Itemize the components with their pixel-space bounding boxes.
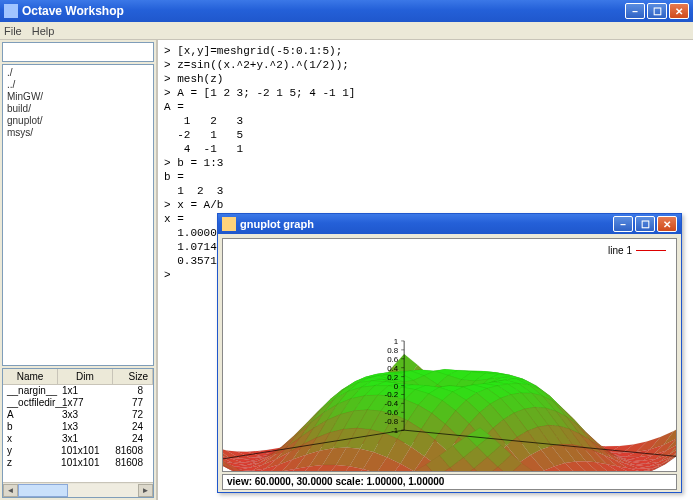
menu-help[interactable]: Help — [32, 25, 55, 37]
maximize-button[interactable]: ☐ — [647, 3, 667, 19]
console-line: 1 2 3 — [164, 114, 687, 128]
gnuplot-title: gnuplot graph — [240, 218, 613, 230]
col-name[interactable]: Name — [3, 369, 58, 384]
table-row[interactable]: z101x10181608 — [3, 457, 153, 469]
directory-listing[interactable]: ./ ../ MinGW/ build/ gnuplot/ msys/ — [2, 64, 154, 366]
main-titlebar: Octave Workshop – ☐ ✕ — [0, 0, 693, 22]
gnuplot-statusbar: view: 60.0000, 30.0000 scale: 1.00000, 1… — [222, 474, 677, 490]
svg-text:-1: -1 — [391, 426, 399, 435]
console-line: -2 1 5 — [164, 128, 687, 142]
table-row[interactable]: __octfiledir__1x7777 — [3, 397, 153, 409]
dir-item[interactable]: MinGW/ — [7, 91, 149, 103]
svg-text:0: 0 — [394, 382, 399, 391]
minimize-button[interactable]: – — [625, 3, 645, 19]
console-line: > x = A/b — [164, 198, 687, 212]
gnuplot-titlebar[interactable]: gnuplot graph – ☐ ✕ — [218, 214, 681, 234]
legend-line-icon — [636, 250, 666, 251]
gnuplot-icon — [222, 217, 236, 231]
close-button[interactable]: ✕ — [669, 3, 689, 19]
gnuplot-window[interactable]: gnuplot graph – ☐ ✕ line 1 -1-0.8-0.6-0.… — [217, 213, 682, 493]
plot-legend: line 1 — [608, 245, 666, 256]
console-line: > mesh(z) — [164, 72, 687, 86]
table-row[interactable]: b1x324 — [3, 421, 153, 433]
console-line: A = — [164, 100, 687, 114]
dir-item[interactable]: build/ — [7, 103, 149, 115]
table-row[interactable]: x3x124 — [3, 433, 153, 445]
console-line: > A = [1 2 3; -2 1 5; 4 -1 1] — [164, 86, 687, 100]
scroll-left-icon[interactable]: ◄ — [3, 484, 18, 497]
svg-text:0.2: 0.2 — [387, 373, 398, 382]
vars-header: Name Dim Size — [3, 369, 153, 385]
svg-text:-0.6: -0.6 — [385, 408, 399, 417]
svg-text:-0.2: -0.2 — [385, 390, 399, 399]
svg-text:0.6: 0.6 — [387, 355, 399, 364]
console-line: > b = 1:3 — [164, 156, 687, 170]
scroll-thumb[interactable] — [18, 484, 68, 497]
menubar: File Help — [0, 22, 693, 40]
plot-area: line 1 -1-0.8-0.6-0.4-0.200.20.40.60.810… — [222, 238, 677, 472]
svg-text:-0.8: -0.8 — [385, 417, 399, 426]
vars-hscrollbar[interactable]: ◄ ► — [3, 482, 153, 497]
console-line: b = — [164, 170, 687, 184]
vars-body: __nargin__1x18__octfiledir__1x7777A3x372… — [3, 385, 153, 469]
menu-file[interactable]: File — [4, 25, 22, 37]
gnuplot-maximize-button[interactable]: ☐ — [635, 216, 655, 232]
dir-item[interactable]: gnuplot/ — [7, 115, 149, 127]
col-size[interactable]: Size — [113, 369, 153, 384]
app-icon — [4, 4, 18, 18]
dir-item[interactable]: msys/ — [7, 127, 149, 139]
surface-plot: -1-0.8-0.6-0.4-0.200.20.40.60.8102040608… — [223, 239, 676, 471]
console-line: 1 2 3 — [164, 184, 687, 198]
col-dim[interactable]: Dim — [58, 369, 113, 384]
window-title: Octave Workshop — [22, 4, 625, 18]
scroll-track[interactable] — [18, 484, 138, 497]
table-row[interactable]: __nargin__1x18 — [3, 385, 153, 397]
table-row[interactable]: A3x372 — [3, 409, 153, 421]
window-buttons: – ☐ ✕ — [625, 3, 689, 19]
path-input[interactable] — [2, 42, 154, 62]
svg-text:1: 1 — [394, 337, 399, 346]
sidebar: ./ ../ MinGW/ build/ gnuplot/ msys/ Name… — [0, 40, 158, 500]
svg-text:-0.4: -0.4 — [385, 399, 399, 408]
workspace-variables: Name Dim Size __nargin__1x18__octfiledir… — [2, 368, 154, 498]
table-row[interactable]: y101x10181608 — [3, 445, 153, 457]
svg-text:0.8: 0.8 — [387, 346, 399, 355]
dir-item[interactable]: ../ — [7, 79, 149, 91]
svg-text:0.4: 0.4 — [387, 364, 399, 373]
gnuplot-window-buttons: – ☐ ✕ — [613, 216, 677, 232]
gnuplot-minimize-button[interactable]: – — [613, 216, 633, 232]
gnuplot-close-button[interactable]: ✕ — [657, 216, 677, 232]
console-line: > z=sin((x.^2+y.^2).^(1/2)); — [164, 58, 687, 72]
console-line: 4 -1 1 — [164, 142, 687, 156]
legend-label: line 1 — [608, 245, 632, 256]
scroll-right-icon[interactable]: ► — [138, 484, 153, 497]
console-line: > [x,y]=meshgrid(-5:0.1:5); — [164, 44, 687, 58]
dir-item[interactable]: ./ — [7, 67, 149, 79]
